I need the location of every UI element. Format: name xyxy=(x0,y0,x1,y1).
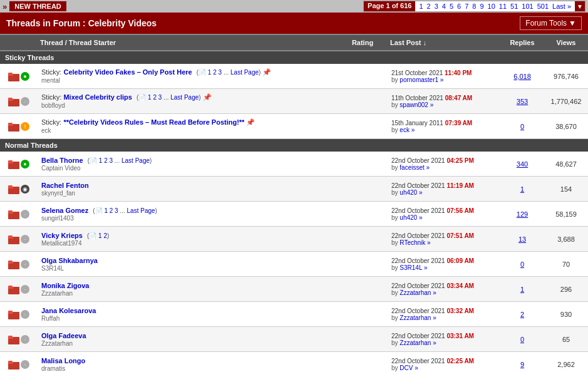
page-2-link[interactable]: 2 xyxy=(426,3,432,10)
col-icons xyxy=(0,38,38,48)
replies-link[interactable]: 0 xyxy=(520,336,524,343)
last-post-user-link[interactable]: uh420 xyxy=(400,214,417,221)
last-post-user-link[interactable]: S3R14L xyxy=(400,264,422,271)
thread-title-link[interactable]: Rachel Fenton xyxy=(41,182,89,189)
page-numbers: 1 2 3 4 5 6 7 8 9 10 11 51 101 501 Last … xyxy=(415,1,575,11)
page-4-link[interactable]: 4 xyxy=(441,3,447,10)
page-9-link[interactable]: 9 xyxy=(478,3,485,10)
last-post-user-link[interactable]: eck xyxy=(400,127,410,133)
new-thread-button[interactable]: NEW THREAD xyxy=(9,1,66,11)
pagination-bar: Page 1 of 616 1 2 3 4 5 6 7 8 9 10 11 51… xyxy=(363,1,585,12)
thread-title-link[interactable]: Monika Zigova xyxy=(41,282,89,289)
thread-starter: Ruffah xyxy=(41,315,59,322)
last-post-user-link[interactable]: uh420 xyxy=(400,189,417,196)
thread-page-link[interactable]: 3 xyxy=(115,207,118,214)
thread-title-link[interactable]: Olga Fadeeva xyxy=(41,332,86,339)
last-post-user-link[interactable]: DCV xyxy=(400,364,413,371)
page-501-link[interactable]: 501 xyxy=(536,3,550,10)
thread-title-link[interactable]: Olga Shkabarnya xyxy=(41,257,98,264)
double-arrow-icon: » xyxy=(3,2,7,11)
folder-icon xyxy=(8,184,19,194)
thread-page-link[interactable]: 2 xyxy=(104,157,108,164)
last-post-date: 11th October 2021 xyxy=(391,95,443,101)
thread-icons-cell: · xyxy=(0,232,38,247)
thread-info-cell: Sticky: Mixed Celebrity clips (📄 1 2 3 .… xyxy=(38,91,338,111)
thread-page-link[interactable]: 3 xyxy=(219,69,222,76)
page-11-link[interactable]: 11 xyxy=(498,3,508,10)
replies-link[interactable]: 1 xyxy=(520,286,524,293)
page-51-link[interactable]: 51 xyxy=(509,3,519,10)
thread-pages: (📄 1 2) xyxy=(87,232,109,239)
thread-title-link[interactable]: Mixed Celebrity clips xyxy=(63,93,132,101)
page-5-link[interactable]: 5 xyxy=(448,3,455,10)
thread-title-link[interactable]: Malisa Longo xyxy=(41,357,85,364)
last-page-link[interactable]: Last » xyxy=(551,3,572,10)
thread-last-page-link[interactable]: Last Page xyxy=(230,69,259,76)
thread-title-link[interactable]: Jana Kolesarova xyxy=(41,307,96,314)
thread-page-link[interactable]: 2 xyxy=(213,69,217,76)
replies-link[interactable]: 6,018 xyxy=(513,73,531,80)
replies-link[interactable]: 340 xyxy=(517,160,528,168)
rating-cell xyxy=(338,162,388,167)
page-101-link[interactable]: 101 xyxy=(520,3,534,10)
page-7-link[interactable]: 7 xyxy=(463,3,470,10)
thread-last-page-link[interactable]: Last Page xyxy=(127,207,155,214)
thread-page-link[interactable]: 2 xyxy=(153,94,157,101)
last-post-user-link[interactable]: Zzzatarhan xyxy=(400,289,431,296)
thread-page-link[interactable]: 1 xyxy=(208,69,212,76)
thread-title-link[interactable]: Celebrity Video Fakes – Only Post Here xyxy=(63,68,192,76)
replies-cell: 0 xyxy=(500,120,544,133)
forum-tools-button[interactable]: Forum Tools ▼ xyxy=(520,16,582,30)
replies-link[interactable]: 13 xyxy=(518,235,526,243)
column-headers: Thread / Thread Starter Rating Last Post… xyxy=(0,34,588,51)
page-10-link[interactable]: 10 xyxy=(487,3,497,10)
replies-link[interactable]: 2 xyxy=(520,311,524,318)
thread-title-link[interactable]: Selena Gomez xyxy=(41,207,88,214)
thread-title-link[interactable]: Bella Thorne xyxy=(41,157,83,164)
last-post-user-link[interactable]: spawn002 xyxy=(400,101,428,108)
pagination-dropdown[interactable]: ▼ xyxy=(575,1,585,11)
last-post-user-link[interactable]: RTechnik xyxy=(400,239,425,246)
page-icon: 📄 xyxy=(95,207,105,214)
thread-icons-cell: · xyxy=(0,257,38,272)
last-post-cell: 22nd October 2021 07:56 AM by uh420 » xyxy=(388,205,500,224)
status-icon: · xyxy=(21,310,29,319)
last-post-user-link[interactable]: Zzzatarhan xyxy=(400,314,431,321)
last-post-user-link[interactable]: pornomaster1 xyxy=(400,76,438,83)
replies-link[interactable]: 129 xyxy=(517,210,528,218)
folder-icon xyxy=(8,209,19,219)
thread-page-link[interactable]: 3 xyxy=(110,157,113,164)
col-rating-header: Rating xyxy=(338,38,388,48)
thread-page-link[interactable]: 1 xyxy=(99,157,103,164)
replies-link[interactable]: 0 xyxy=(520,123,524,130)
last-post-user-link[interactable]: Zzzatarhan xyxy=(400,339,431,346)
thread-title-link[interactable]: **Celebrity Videos Rules – Must Read Bef… xyxy=(63,118,244,126)
status-icon: ◉ xyxy=(21,185,29,194)
replies-link[interactable]: 9 xyxy=(520,361,524,368)
last-post-time: 11:19 AM xyxy=(446,182,474,189)
thread-last-page-link[interactable]: Last Page xyxy=(121,157,150,164)
sticky-label: Sticky: xyxy=(41,68,63,76)
page-8-link[interactable]: 8 xyxy=(471,3,477,10)
replies-link[interactable]: 0 xyxy=(520,261,524,268)
thread-page-link[interactable]: 1 xyxy=(98,232,102,239)
last-post-by-label: by xyxy=(391,189,400,196)
thread-title-link[interactable]: Vicky Krieps xyxy=(41,232,83,239)
thread-page-link[interactable]: 2 xyxy=(110,207,113,214)
thread-starter: Metallicat1974 xyxy=(41,240,81,247)
page-icon: 📄 xyxy=(138,94,148,101)
thread-last-page-link[interactable]: Last Page xyxy=(170,94,199,101)
pin-icon: 📌 xyxy=(262,68,271,76)
thread-page-link[interactable]: 1 xyxy=(104,207,108,214)
replies-link[interactable]: 1 xyxy=(520,185,524,193)
last-post-user-link[interactable]: faceisset xyxy=(400,164,424,171)
thread-page-link[interactable]: 2 xyxy=(103,232,107,239)
thread-icons-cell: · xyxy=(0,357,38,372)
page-6-link[interactable]: 6 xyxy=(456,3,462,10)
replies-link[interactable]: 353 xyxy=(517,98,528,105)
thread-page-link[interactable]: 1 xyxy=(148,94,152,101)
thread-page-link[interactable]: 3 xyxy=(158,94,162,101)
page-3-link[interactable]: 3 xyxy=(433,3,440,10)
page-1-link[interactable]: 1 xyxy=(418,3,424,10)
table-row: · Monika ZigovaZzzatarhan 22nd October 2… xyxy=(0,277,588,302)
